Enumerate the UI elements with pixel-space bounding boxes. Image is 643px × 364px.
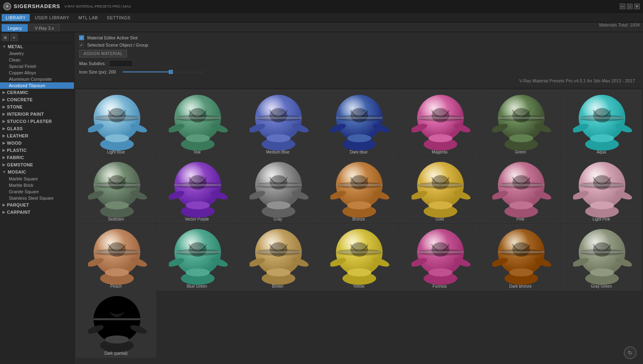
sidebar-category-plastic[interactable]: ▶PLASTIC (0, 147, 74, 154)
category-label: GLASS (7, 126, 23, 131)
material-sphere (412, 226, 468, 282)
material-editor-checkbox[interactable] (79, 35, 84, 40)
category-label: STONE (7, 104, 23, 109)
svg-rect-161 (336, 251, 383, 253)
sidebar-item-jewelry[interactable]: Jewelry (0, 50, 74, 57)
tab-legacy[interactable]: Legacy (2, 24, 28, 32)
material-cell-dark-bronze[interactable]: Dark Bronze (480, 224, 560, 290)
svg-rect-143 (174, 251, 221, 253)
category-label: LEATHER (7, 133, 28, 138)
icon-size-slider-thumb[interactable] (169, 70, 173, 74)
material-cell-light-blue[interactable]: Light Blue (76, 90, 156, 156)
svg-point-68 (105, 201, 129, 209)
minimize-button[interactable]: — (620, 4, 625, 9)
sidebar-category-parquet[interactable]: ▶PARQUET (0, 201, 74, 209)
sidebar-item-stainless-steel-square[interactable]: Stainless Steel Square (0, 195, 74, 201)
sidebar-item-aluminium-composite[interactable]: Aluminium Composite (0, 76, 74, 82)
material-cell-peach[interactable]: Peach (76, 224, 156, 290)
material-cell-yellow[interactable]: Yellow (319, 224, 399, 290)
material-cell-bronze[interactable]: Bronze (319, 157, 399, 223)
svg-rect-44 (417, 117, 464, 119)
material-sphere (88, 293, 144, 350)
material-cell-pink[interactable]: Pink (480, 157, 560, 223)
sidebar-item-clean[interactable]: Clean (0, 57, 74, 63)
tab-bar: LegacyV-Ray 3.x (0, 22, 643, 32)
category-label: PLASTIC (7, 148, 27, 153)
category-arrow: ▶ (2, 210, 5, 214)
menu-item-settings[interactable]: SETTINGS (103, 14, 135, 21)
material-cell-seafoam[interactable]: Seafoam (76, 157, 156, 223)
maximize-button[interactable]: □ (627, 4, 633, 9)
svg-point-79 (189, 175, 207, 190)
sidebar-category-fabric[interactable]: ▶FABRIC (0, 154, 74, 161)
assign-material-button[interactable]: ASSIGN MATERIAL (79, 50, 127, 57)
svg-point-133 (108, 242, 126, 257)
material-cell-dark-(partial)[interactable]: Dark (partial) (76, 291, 156, 358)
svg-rect-53 (498, 117, 545, 119)
scroll-indicator[interactable]: ↻ (624, 346, 637, 359)
material-sphere (573, 92, 629, 148)
sidebar-category-stone[interactable]: ▶STONE (0, 103, 74, 110)
material-cell-brown[interactable]: Brown (238, 224, 318, 290)
material-cell-dark-blue[interactable]: Dark Blue (319, 90, 399, 156)
material-cell-gray-green[interactable]: Gray Green (561, 224, 641, 290)
material-cell-green[interactable]: Green (480, 90, 560, 156)
menu-item-mtl-lab[interactable]: MTL LAB (74, 14, 102, 21)
material-cell-vector-purple[interactable]: Vector Purple (157, 157, 237, 223)
sidebar-category-leather[interactable]: ▶LEATHER (0, 132, 74, 139)
category-arrow: ▶ (2, 155, 5, 160)
sidebar-category-ceramic[interactable]: ▶CERAMIC (0, 89, 74, 96)
sidebar-item-granite-square[interactable]: Granite Square (0, 188, 74, 195)
sidebar-category-carpaint[interactable]: ▶CARPAINT (0, 209, 74, 216)
category-arrow: ▶ (2, 203, 5, 207)
svg-point-7 (108, 108, 126, 123)
sidebar-category-metal[interactable]: ▼METAL (0, 43, 74, 50)
max-subdivs-input[interactable] (109, 60, 133, 67)
material-cell-magenta[interactable]: Magenta (399, 90, 479, 156)
tab-v-ray-3.x[interactable]: V-Ray 3.x (29, 24, 60, 32)
material-cell-gray[interactable]: Gray (238, 157, 318, 223)
svg-point-131 (105, 268, 129, 276)
material-cell-fuchsia[interactable]: Fuchsia (399, 224, 479, 290)
menu-item-user-library[interactable]: USER LIBRARY (31, 14, 74, 21)
sidebar-category-concrete[interactable]: ▶CONCRETE (0, 96, 74, 103)
sidebar-category-mosaic[interactable]: ▼MOSAIC (0, 168, 74, 176)
icon-size-slider-fill (123, 72, 171, 72)
scene-object-checkbox[interactable] (79, 43, 84, 47)
sidebar-item-marble-square[interactable]: Marble Square (0, 176, 74, 182)
sidebar-category-wood[interactable]: ▶WOOD (0, 139, 74, 147)
material-cell-teal[interactable]: Teal (157, 90, 237, 156)
material-cell-gold[interactable]: Gold (399, 157, 479, 223)
svg-point-34 (350, 108, 368, 123)
material-sphere (330, 92, 387, 148)
sidebar-category-glass[interactable]: ▶GLASS (0, 125, 74, 132)
close-button[interactable]: ✕ (634, 4, 640, 9)
material-cell-blue-green[interactable]: Blue Green (157, 224, 237, 290)
sidebar-toolbar-btn-2[interactable]: ≡ (10, 34, 18, 41)
icon-size-row: Icon Size (px): 200 (79, 70, 638, 74)
sidebar-item-marble-brick[interactable]: Marble Brick (0, 182, 74, 188)
sidebar-item-special-finish[interactable]: Special Finish (0, 63, 74, 70)
svg-point-52 (512, 108, 530, 123)
svg-point-176 (509, 268, 533, 276)
svg-rect-26 (255, 117, 302, 119)
material-sphere (88, 92, 144, 148)
sidebar-item-anodized-titanium[interactable]: Anodized Titanium (0, 82, 74, 89)
sidebar-item-copper-alloys[interactable]: Copper Alloys (0, 70, 74, 76)
sidebar-category-gemstone[interactable]: ▶GEMSTONE (0, 161, 74, 168)
material-cell-light-pink[interactable]: Light Pink (561, 157, 641, 223)
svg-rect-35 (336, 117, 383, 119)
window-controls: — □ ✕ (620, 4, 640, 9)
material-cell-aqua[interactable]: Aqua (561, 90, 641, 156)
sidebar-toolbar-btn-1[interactable]: ⊞ (2, 34, 9, 41)
menu-bar: LIBRARYUSER LIBRARYMTL LABSETTINGS (0, 13, 643, 22)
category-label: CONCRETE (7, 97, 33, 102)
svg-point-187 (593, 242, 611, 257)
svg-rect-170 (417, 251, 464, 253)
sidebar-category-interior-paint[interactable]: ▶INTERIOR PAINT (0, 110, 74, 118)
sidebar-category-stucco-plaster[interactable]: ▶STUCCO / PLASTER (0, 118, 74, 125)
material-cell-medium-blue[interactable]: Medium Blue (238, 90, 318, 156)
category-arrow: ▶ (2, 112, 5, 116)
menu-item-library[interactable]: LIBRARY (2, 14, 30, 21)
icon-size-slider-track (123, 71, 203, 73)
